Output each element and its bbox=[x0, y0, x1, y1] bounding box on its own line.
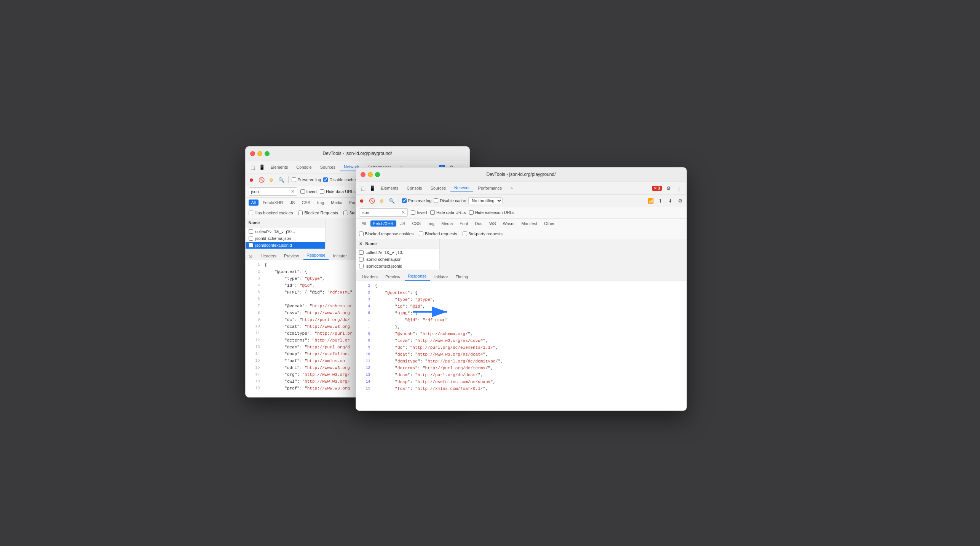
front-file-item-0[interactable]: collect?v=1&_v=j10... bbox=[356, 249, 439, 256]
front-close-btn[interactable] bbox=[361, 172, 366, 177]
front-tab-elements[interactable]: Elements bbox=[377, 184, 402, 192]
back-file-check-0[interactable] bbox=[249, 229, 253, 234]
front-filter-ws[interactable]: WS bbox=[487, 220, 499, 227]
back-blocked-requests-check[interactable] bbox=[298, 211, 303, 215]
front-hide-data-label[interactable]: Hide data URLs bbox=[430, 210, 466, 215]
front-filter-xhr[interactable]: Fetch/XHR bbox=[370, 220, 396, 227]
back-preserve-log-check[interactable] bbox=[292, 177, 296, 182]
back-filter-xhr[interactable]: Fetch/XHR bbox=[260, 200, 286, 206]
back-resp-tab-initiator[interactable]: Initiator bbox=[330, 252, 350, 260]
front-third-party-check[interactable] bbox=[463, 231, 467, 236]
front-tab-sources[interactable]: Sources bbox=[427, 184, 450, 192]
front-disable-cache-label[interactable]: Disable cache bbox=[434, 198, 466, 203]
front-file-check-1[interactable] bbox=[359, 257, 364, 262]
front-tab-network[interactable]: Network bbox=[450, 184, 473, 192]
front-blocked-cookies-label[interactable]: Blocked response cookies bbox=[359, 231, 414, 236]
front-download-icon[interactable]: ⬇ bbox=[667, 197, 674, 204]
front-blocked-requests-check[interactable] bbox=[419, 231, 423, 236]
back-record-icon[interactable]: ⏺ bbox=[248, 176, 255, 184]
back-hide-data-label[interactable]: Hide data URLs bbox=[320, 189, 356, 194]
front-filter-doc[interactable]: Doc bbox=[472, 220, 485, 227]
back-search-input[interactable] bbox=[251, 189, 289, 194]
front-minimize-btn[interactable] bbox=[368, 172, 373, 177]
back-maximize-btn[interactable] bbox=[265, 151, 270, 156]
front-file-item-2[interactable]: jsonldcontext.jsonld bbox=[356, 263, 439, 270]
back-third-party-check[interactable] bbox=[343, 211, 348, 215]
back-filter-js[interactable]: JS bbox=[287, 200, 298, 206]
back-tab-console[interactable]: Console bbox=[292, 163, 315, 171]
front-tab-performance[interactable]: Performance bbox=[474, 184, 506, 192]
front-tab-console[interactable]: Console bbox=[403, 184, 426, 192]
front-filter-all[interactable]: All bbox=[359, 220, 369, 227]
back-inspect-icon[interactable]: ⬚ bbox=[249, 163, 257, 171]
back-filter-css[interactable]: CSS bbox=[299, 200, 313, 206]
back-blocked-cookies-label[interactable]: Has blocked cookies bbox=[249, 211, 293, 215]
back-minimize-btn[interactable] bbox=[257, 151, 262, 156]
front-filter-media[interactable]: Media bbox=[439, 220, 455, 227]
front-settings2-icon[interactable]: ⚙ bbox=[677, 197, 684, 204]
back-invert-check[interactable] bbox=[300, 189, 305, 194]
front-search-icon[interactable]: 🔍 bbox=[388, 197, 396, 204]
front-tab-more[interactable]: » bbox=[506, 184, 516, 192]
front-inspect-icon[interactable]: ⬚ bbox=[359, 184, 367, 192]
back-resp-tab-response[interactable]: Response bbox=[303, 251, 329, 260]
front-filter-js[interactable]: JS bbox=[398, 220, 408, 227]
front-search-clear[interactable]: ✕ bbox=[401, 210, 405, 215]
front-disable-cache-check[interactable] bbox=[434, 198, 438, 203]
front-wifi-icon[interactable]: 📶 bbox=[647, 197, 654, 204]
back-invert-label[interactable]: Invert bbox=[300, 189, 317, 194]
front-device-icon[interactable]: 📱 bbox=[368, 184, 377, 192]
back-hide-data-check[interactable] bbox=[320, 189, 324, 194]
front-filter-other[interactable]: Other bbox=[541, 220, 557, 227]
front-filter-manifest[interactable]: Manifest bbox=[519, 220, 540, 227]
back-resp-tab-headers[interactable]: Headers bbox=[258, 252, 280, 260]
front-resp-tab-timing[interactable]: Timing bbox=[453, 273, 471, 281]
front-filter-icon[interactable]: ⊛ bbox=[378, 197, 386, 204]
front-file-check-0[interactable] bbox=[359, 250, 364, 255]
front-filter-img[interactable]: Img bbox=[425, 220, 437, 227]
front-third-party-label[interactable]: 3rd-party requests bbox=[463, 231, 503, 236]
front-settings-icon[interactable]: ⚙ bbox=[664, 184, 673, 192]
front-resp-tab-preview[interactable]: Preview bbox=[382, 273, 403, 281]
back-panel-close[interactable]: ✕ bbox=[249, 254, 253, 260]
back-search-icon[interactable]: 🔍 bbox=[278, 176, 285, 184]
back-disable-cache-label[interactable]: Disable cache bbox=[323, 177, 356, 182]
front-preserve-log-label[interactable]: Preserve log bbox=[402, 198, 432, 203]
back-device-icon[interactable]: 📱 bbox=[258, 163, 266, 171]
front-filter-css[interactable]: CSS bbox=[409, 220, 423, 227]
back-file-item-1[interactable]: jsonld-schema.json bbox=[246, 235, 325, 242]
front-resp-tab-headers[interactable]: Headers bbox=[359, 273, 381, 281]
front-invert-check[interactable] bbox=[411, 210, 415, 215]
front-blocked-requests-label[interactable]: Blocked requests bbox=[419, 231, 457, 236]
back-filter-icon[interactable]: ⊛ bbox=[268, 176, 275, 184]
front-invert-label[interactable]: Invert bbox=[411, 210, 428, 215]
front-resp-tab-initiator[interactable]: Initiator bbox=[431, 273, 451, 281]
front-filter-font[interactable]: Font bbox=[457, 220, 471, 227]
front-clear-icon[interactable]: 🚫 bbox=[368, 197, 376, 204]
front-resp-tab-response[interactable]: Response bbox=[405, 272, 430, 281]
back-file-check-2[interactable] bbox=[249, 243, 253, 247]
back-file-item-2[interactable]: jsonldcontext.jsonld bbox=[246, 242, 325, 249]
front-blocked-cookies-check[interactable] bbox=[359, 231, 364, 236]
back-clear-icon[interactable]: 🚫 bbox=[258, 176, 265, 184]
back-filter-media[interactable]: Media bbox=[328, 200, 345, 206]
back-disable-cache-check[interactable] bbox=[323, 177, 328, 182]
front-search-input[interactable] bbox=[362, 210, 400, 215]
front-record-icon[interactable]: ⏺ bbox=[358, 197, 366, 204]
back-tab-elements[interactable]: Elements bbox=[267, 163, 292, 171]
front-maximize-btn[interactable] bbox=[375, 172, 380, 177]
back-filter-img[interactable]: Img bbox=[314, 200, 327, 206]
front-file-check-2[interactable] bbox=[359, 264, 364, 268]
front-more-icon[interactable]: ⋮ bbox=[675, 184, 683, 192]
front-upload-icon[interactable]: ⬆ bbox=[657, 197, 664, 204]
front-throttle-select[interactable]: No throttling bbox=[468, 197, 503, 204]
front-file-list-close[interactable]: ✕ bbox=[359, 241, 362, 246]
front-file-item-1[interactable]: jsonld-schema.json bbox=[356, 256, 439, 263]
back-blocked-cookies-check[interactable] bbox=[249, 211, 253, 215]
back-search-clear[interactable]: ✕ bbox=[291, 189, 295, 194]
front-hide-data-check[interactable] bbox=[430, 210, 435, 215]
front-hide-ext-check[interactable] bbox=[469, 210, 474, 215]
back-file-check-1[interactable] bbox=[249, 236, 253, 241]
back-resp-tab-preview[interactable]: Preview bbox=[281, 252, 302, 260]
back-file-item-0[interactable]: collect?v=1&_v=j10... bbox=[246, 228, 325, 235]
